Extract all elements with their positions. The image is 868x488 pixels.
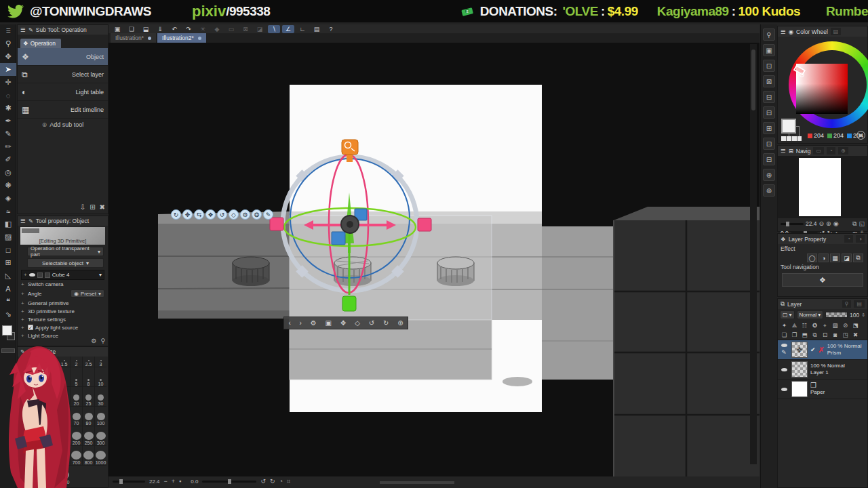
flow-line-tool[interactable]: ⇘ [0,308,16,321]
object-snap-icon[interactable]: ⚙ [240,209,250,220]
color-mode-button[interactable]: ▶ [856,131,865,140]
tone-icon[interactable]: ◑ [818,253,829,262]
material-x-icon[interactable]: ⊠ [763,75,775,87]
wrench-icon[interactable]: ⚙ [91,338,96,344]
selection-tool[interactable]: ◌ [0,89,16,102]
nav-fit-icon[interactable]: ◉ [833,220,839,227]
new-vector-layer-icon[interactable]: ❐ [790,331,799,339]
nav-zoom-slider[interactable] [781,223,804,225]
rotate-right-button[interactable]: ↻ [270,478,275,485]
auto-select-tool[interactable]: ✱ [0,102,16,115]
main-color-swatch[interactable] [2,325,12,336]
tool-navigation-button[interactable]: ❖ [782,273,863,287]
magnifier-icon[interactable]: ⚲ [100,338,105,344]
operation-tool[interactable]: ➤ [0,63,16,76]
airbrush-tool[interactable]: ◎ [0,166,16,179]
import-subtool-icon[interactable]: ⇩ [80,203,85,211]
toolbar-menu-icon[interactable]: ☰ [0,24,16,37]
subtool-item-object[interactable]: ❖Object [18,48,108,66]
tab-animation[interactable]: ◔ [844,235,853,243]
gizmo-handle-right[interactable] [418,218,431,231]
layer-row-layer1[interactable]: 100 % Normal Layer 1 [778,360,867,380]
subtool-panel-header[interactable]: ☰✎ Sub Tool: Operation [18,25,108,35]
layer-visibility-icon[interactable] [781,388,787,391]
palette-color-combo[interactable]: ▢▾ [780,310,795,319]
rotate-left-button[interactable]: ↺ [260,478,266,485]
apply-mask-icon[interactable]: ◳ [841,331,850,339]
rotate-left-icon[interactable]: ↺ [369,319,374,327]
navigator-preview-area[interactable] [778,156,867,218]
material-folder5-icon[interactable]: ⊟ [763,153,775,165]
pen-tool[interactable]: ✎ [0,127,16,140]
layer-thumbnail[interactable] [791,361,808,378]
color-swatch-pair[interactable] [0,324,16,344]
object-plane-icon[interactable]: ◇ [229,209,239,220]
tab-subview[interactable]: ▭ [813,147,824,155]
layer-thumbnail[interactable] [791,381,808,397]
undo-icon[interactable]: ↶ [168,25,180,33]
layer-row-paper[interactable]: ❐ Paper [778,380,867,399]
apply-light-source-row[interactable]: +✓Apply light source [18,323,108,331]
border-select-icon[interactable]: ◪ [254,25,266,33]
text-tool[interactable]: A [0,282,16,295]
layer-visibility-icon[interactable] [781,344,787,347]
object-rotate-icon[interactable]: ↺ [217,209,227,220]
reset-rotation-button[interactable]: ◔ [279,478,283,485]
extract-line-icon[interactable]: ⧉ [853,253,863,262]
tab-layer-extra[interactable]: ▤ [854,300,865,308]
fit-screen-button[interactable]: ▪ [179,478,181,485]
snap-special-ruler-icon[interactable]: ∠ [282,25,294,33]
object-move-icon[interactable]: ❖ [205,209,216,220]
material-folder4-icon[interactable]: ⊡ [763,138,775,150]
frame-border-tool[interactable]: ⊞ [0,256,16,269]
slider-thumb[interactable] [119,479,123,484]
prev-icon[interactable]: ‹ [288,319,290,327]
flip-button[interactable]: ⌗ [287,478,290,485]
layer-visibility-icon[interactable] [781,368,787,371]
add-subtool-button[interactable]: ⊕Add sub tool [18,119,108,131]
crop-icon[interactable]: ▭ [225,25,237,33]
tab-navigator[interactable]: Navig [796,148,811,155]
grid-icon[interactable]: ⊕ [397,319,403,327]
horizontal-scroll-thumb[interactable] [380,481,454,484]
zoom-tool[interactable]: ⚲ [0,37,16,50]
material-folder1-icon[interactable]: ⊟ [763,91,775,103]
delete-subtool-icon[interactable]: ✖ [100,203,105,211]
3d-primitive-texture-row[interactable]: +3D primitive texture [18,307,108,315]
delete-layer-icon[interactable]: ✖ [851,331,860,339]
selectable-object-dropdown[interactable]: Selectable object▾ [27,258,104,268]
snap-ruler-icon[interactable]: ∖ [268,25,280,33]
brush-size-preset[interactable]: 300 [94,426,106,446]
brush-size-preset[interactable]: 800 [82,446,94,466]
zoom-slider[interactable] [113,481,145,483]
border-effect-icon[interactable]: ◯ [807,253,817,262]
brush-size-preset[interactable]: 1000 [94,446,106,466]
brush-size-preset[interactable]: 10 [94,367,106,387]
balloon-tool[interactable]: ❝ [0,295,16,308]
mask-off-icon[interactable]: ⊘ [841,321,850,329]
main-color-swatch[interactable] [781,119,796,134]
subtool-tab-operation[interactable]: ❖Operation [20,39,61,48]
scrollbar-thumb[interactable] [751,49,755,110]
opacity-stepper-icon[interactable]: ⇕ [861,312,865,318]
blend-tool[interactable]: ≈ [0,205,16,218]
layer-row-prism[interactable]: ✎ ❖ ✔ ✗ 100 % Normal Prism [778,340,867,360]
angle-preset-button[interactable]: ◉Preset▾ [71,289,104,298]
brush-size-preset[interactable]: 30 [94,387,106,407]
ruler-bar-icon[interactable]: ▤ [311,25,323,33]
object-root-icon[interactable]: ❂ [252,209,262,220]
set-ref-icon[interactable]: ☷ [800,321,809,329]
lock-icon[interactable]: ✦ [780,321,789,329]
material-3d-icon[interactable]: ⊕ [763,169,775,181]
rotation-slider[interactable] [202,481,256,483]
invert-select-icon[interactable]: ⊠ [239,25,252,33]
material-download-icon[interactable]: ⊛ [763,184,775,197]
camera-pan-icon[interactable]: ✥ [182,209,193,220]
material-folder3-icon[interactable]: ⊞ [763,122,775,134]
brush-size-preset[interactable]: 8 [82,367,94,387]
create-mask-icon[interactable]: ◙ [831,331,840,339]
nav-actual-size-icon[interactable]: ⧉ [852,220,856,228]
switch-camera-row[interactable]: +Switch camera [18,280,108,288]
halftone-icon[interactable]: ▦ [830,253,840,262]
general-primitive-row[interactable]: +General primitive [18,299,108,307]
